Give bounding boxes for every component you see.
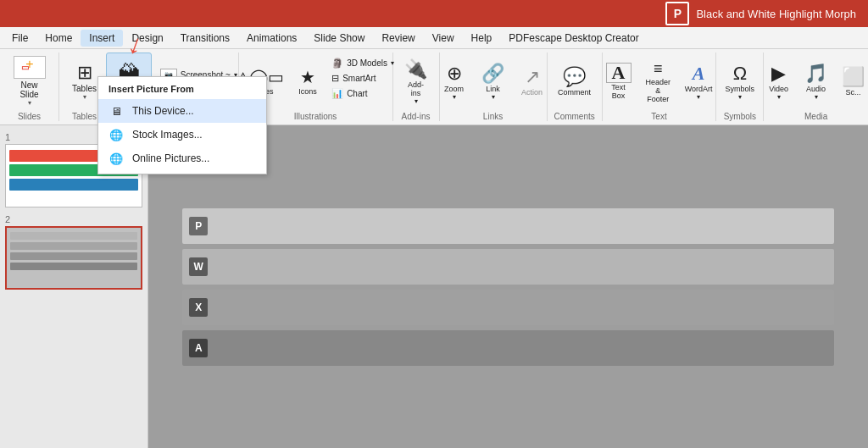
slide-content: P W X A: [182, 208, 834, 366]
thumb2-rows: [7, 228, 141, 274]
symbols-group-label: Symbols: [724, 110, 756, 123]
icons-icon: ★: [300, 67, 315, 87]
chart-icon: 📊: [331, 88, 343, 99]
audio-button[interactable]: 🎵 Audio ▾: [799, 53, 833, 110]
3d-models-icon: 🗿: [331, 58, 343, 69]
menu-item-pdfescape[interactable]: PDFescape Desktop Creator: [500, 30, 647, 47]
canvas-label-x: X: [189, 298, 208, 317]
slide-2-number: 2: [5, 214, 142, 224]
links-group-label: Links: [483, 110, 503, 123]
canvas-row-a: A: [182, 330, 834, 366]
online-pictures-icon: 🌐: [108, 151, 124, 166]
addins-button[interactable]: 🔌 Add- ins ▾: [399, 53, 433, 110]
chart-button[interactable]: 📊 Chart: [326, 86, 399, 101]
menu-item-view[interactable]: View: [424, 30, 463, 47]
thumb2-row-2: [10, 242, 137, 250]
zoom-icon: ⊕: [447, 63, 462, 85]
link-button[interactable]: 🔗 Link ▾: [476, 53, 510, 110]
slide-2-container: 2: [5, 214, 142, 290]
thumb2-row-4: [10, 263, 137, 270]
3d-models-button[interactable]: 🗿 3D Models ▾: [326, 56, 399, 70]
ribbon-group-media-content: ▶ Video ▾ 🎵 Audio ▾ ⬜ Sc...: [762, 53, 868, 110]
media-group-label: Media: [804, 110, 827, 123]
tables-group-label: Tables: [72, 110, 97, 123]
video-icon: ▶: [771, 63, 786, 85]
dropdown-item-online-pictures[interactable]: 🌐 Online Pictures...: [98, 147, 266, 170]
slide-1-bar-3: [9, 179, 138, 191]
thumb2-row-3: [10, 252, 137, 260]
new-slide-icon: ▭ +: [14, 56, 46, 79]
ribbon-group-links-content: ⊕ Zoom ▾ 🔗 Link ▾ ↗ Action: [437, 53, 549, 110]
ribbon-group-text-content: A Text Box ≡ Header & Footer A WordArt ▾: [601, 53, 716, 110]
menu-item-animations[interactable]: Animations: [238, 30, 305, 47]
textbox-button[interactable]: A Text Box: [601, 53, 635, 110]
dropdown-item-this-device[interactable]: 🖥 This Device...: [98, 99, 266, 123]
illustrations-group-label: Illustrations: [294, 110, 337, 123]
wordart-button[interactable]: A WordArt ▾: [681, 53, 717, 110]
menu-item-home[interactable]: Home: [36, 30, 81, 47]
comment-icon: 💬: [563, 66, 586, 88]
dropdown-item-stock-images[interactable]: 🌐 Stock Images...: [98, 123, 266, 147]
slide-2-thumbnail[interactable]: [5, 226, 142, 290]
table-button[interactable]: ⊞ Tables ▾: [67, 53, 102, 110]
insert-picture-dropdown: Insert Picture From 🖥 This Device... 🌐 S…: [97, 76, 267, 174]
smartart-button[interactable]: ⊟ SmartArt: [326, 71, 399, 86]
table-dropdown-arrow: ▾: [83, 93, 86, 101]
header-footer-icon: ≡: [654, 60, 663, 78]
canvas-row-x: X: [182, 290, 834, 325]
illustrations-small-col: 🗿 3D Models ▾ ⊟ SmartArt 📊 Chart: [326, 53, 399, 101]
ribbon-group-slides-content: ▭ + New Slide ▾: [7, 53, 52, 110]
screen-recording-icon: ⬜: [842, 66, 865, 88]
ribbon-group-comments: 💬 Comment Comments: [548, 53, 603, 121]
header-footer-button[interactable]: ≡ Header & Footer: [639, 53, 677, 110]
ppt-logo: P: [665, 2, 689, 25]
canvas-label-p: P: [189, 217, 208, 235]
title-bar: P Black and White Highlight Morph: [0, 0, 868, 27]
action-button[interactable]: ↗ Action: [515, 53, 549, 110]
text-group-label: Text: [651, 110, 666, 123]
ribbon-group-comments-content: 💬 Comment: [553, 53, 596, 110]
canvas-label-w: W: [189, 257, 208, 276]
menu-item-help[interactable]: Help: [463, 30, 501, 47]
ribbon-group-symbols-content: Ω Symbols ▾: [721, 53, 760, 110]
ribbon-group-addins-content: 🔌 Add- ins ▾: [399, 53, 433, 110]
ribbon-group-media: ▶ Video ▾ 🎵 Audio ▾ ⬜ Sc... Media: [764, 53, 868, 121]
menu-item-insert[interactable]: Insert: [81, 30, 123, 47]
audio-icon: 🎵: [804, 63, 827, 85]
smartart-icon: ⊟: [331, 73, 339, 84]
link-icon: 🔗: [481, 63, 504, 85]
menu-item-review[interactable]: Review: [373, 30, 423, 47]
ribbon-group-tables-content: ⊞ Tables ▾: [67, 53, 102, 110]
stock-images-icon: 🌐: [108, 127, 124, 142]
menu-item-transitions[interactable]: Transitions: [172, 30, 238, 47]
slides-group-label: Slides: [18, 110, 41, 123]
addins-icon: 🔌: [404, 58, 427, 80]
comment-button[interactable]: 💬 Comment: [553, 53, 596, 110]
canvas-label-a: A: [189, 339, 208, 357]
zoom-button[interactable]: ⊕ Zoom ▾: [437, 53, 471, 110]
wordart-icon: A: [693, 63, 705, 85]
thumb2-row-1: [10, 232, 137, 240]
new-slide-button[interactable]: ▭ + New Slide ▾: [7, 53, 52, 110]
ribbon-group-slides: ▭ + New Slide ▾ Slides: [0, 53, 59, 121]
menu-item-file[interactable]: File: [3, 30, 36, 47]
table-icon: ⊞: [77, 62, 92, 84]
app-container: P Black and White Highlight Morph File H…: [0, 0, 868, 448]
title-bar-right: P Black and White Highlight Morph: [665, 2, 856, 25]
textbox-icon: A: [606, 63, 632, 83]
screen-recording-button[interactable]: ⬜ Sc...: [837, 53, 868, 110]
ribbon-group-addins: 🔌 Add- ins ▾ Add-ins: [393, 53, 440, 121]
canvas-row-p: P: [182, 208, 834, 244]
ribbon-group-text: A Text Box ≡ Header & Footer A WordArt ▾…: [603, 53, 717, 121]
symbols-button[interactable]: Ω Symbols ▾: [721, 53, 760, 110]
icons-button[interactable]: ★ Icons: [291, 53, 325, 110]
addins-group-label: Add-ins: [402, 110, 431, 123]
video-button[interactable]: ▶ Video ▾: [762, 53, 796, 110]
new-slide-dropdown-arrow: ▾: [28, 99, 31, 107]
app-title: Black and White Highlight Morph: [696, 8, 856, 20]
symbols-icon: Ω: [733, 63, 747, 85]
ribbon-group-symbols: Ω Symbols ▾ Symbols: [716, 53, 764, 121]
comments-group-label: Comments: [554, 110, 594, 123]
canvas-row-w: W: [182, 249, 834, 285]
menu-item-slideshow[interactable]: Slide Show: [305, 30, 373, 47]
